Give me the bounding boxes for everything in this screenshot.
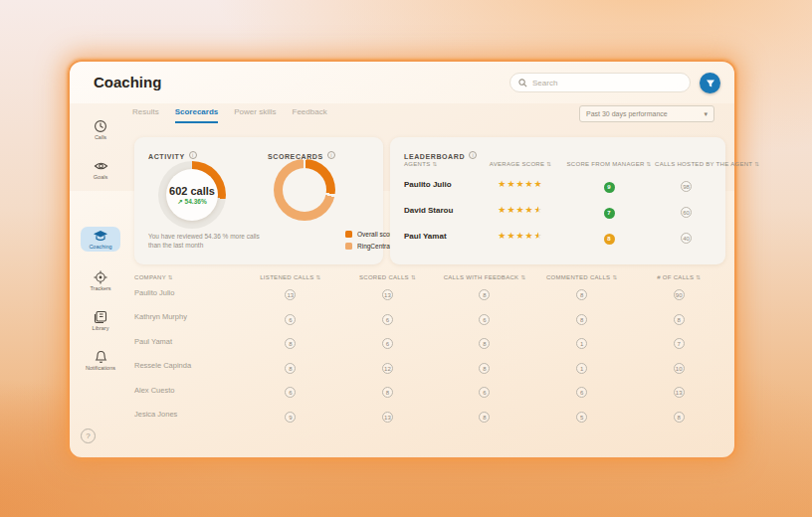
sidebar-item-calls[interactable]: Calls	[81, 119, 120, 140]
search-bar[interactable]	[509, 73, 691, 92]
table-row[interactable]: Ressele Capinda 8 12 8 1 10	[134, 354, 727, 379]
calls-with-feedback-badge: 6	[479, 314, 490, 325]
average-score-stars: ★★★★★	[478, 179, 563, 189]
table-row[interactable]: Paulito Julio 13 13 8 8 90	[134, 280, 727, 305]
leaderboard-row[interactable]: Paulito Julio ★★★★★ 9 98	[404, 171, 717, 197]
col-company[interactable]: COMPANY ⇅	[134, 274, 242, 280]
sort-icon: ⇅	[315, 274, 320, 280]
sort-icon: ⇅	[546, 161, 551, 167]
commented-calls-badge: 1	[576, 338, 587, 349]
table-rows: Paulito Julio 13 13 8 8 90 Kathryn Murph…	[134, 280, 727, 427]
calls-with-feedback-badge: 6	[479, 387, 490, 398]
col-scored-calls[interactable]: SCORED CALLS ⇅	[339, 274, 437, 280]
company-name: Paul Yamat	[134, 337, 242, 346]
table-row[interactable]: Jesica Jones 9 13 8 5 8	[134, 403, 727, 428]
num-calls-badge: 8	[674, 412, 685, 423]
sidebar-item-label: Trackers	[81, 285, 120, 291]
tab-scorecards[interactable]: Scorecards	[175, 107, 219, 123]
table-row[interactable]: Kathryn Murphy 6 6 6 8 8	[134, 305, 727, 330]
calls-with-feedback-badge: 8	[479, 363, 490, 374]
col-average-score[interactable]: AVERAGE SCORE ⇅	[478, 161, 563, 167]
tab-bar: Results Scorecards Power skills Feedback	[132, 107, 327, 123]
sidebar-item-coaching[interactable]: Coaching	[81, 227, 120, 252]
col-score-from-manager[interactable]: SCORE FROM MANAGER ⇅	[563, 161, 655, 167]
leaderboard-rows: Paulito Julio ★★★★★ 9 98 David Starou ★★…	[404, 171, 717, 249]
commented-calls-badge: 1	[576, 363, 587, 374]
listened-calls-badge: 8	[285, 363, 296, 374]
listened-calls-badge: 6	[285, 387, 296, 398]
col-commented-calls[interactable]: COMMENTED CALLS ⇅	[533, 274, 631, 280]
listened-calls-badge: 13	[285, 289, 296, 300]
num-calls-badge: 10	[674, 363, 685, 374]
col-calls-with-feedback[interactable]: CALLS WITH FEEDBACK ⇅	[436, 274, 533, 280]
scored-calls-badge: 8	[382, 387, 393, 398]
num-calls-badge: 13	[674, 387, 685, 398]
calls-with-feedback-badge: 8	[479, 338, 490, 349]
scorecards-donut	[274, 159, 335, 221]
sort-icon: ⇅	[432, 161, 437, 167]
calls-hosted-badge: 60	[681, 207, 692, 218]
listened-calls-badge: 9	[285, 412, 296, 423]
sidebar-item-goals[interactable]: Goals	[81, 159, 120, 180]
legend-swatch-overall	[345, 231, 352, 238]
leaderboard-title: LEADERBOARD	[404, 153, 465, 160]
info-icon[interactable]: i	[189, 151, 197, 159]
col-num-calls[interactable]: # OF CALLS ⇅	[630, 274, 727, 280]
col-listened-calls[interactable]: LISTENED CALLS ⇅	[242, 274, 339, 280]
chevron-down-icon: ▾	[704, 110, 708, 118]
clock-icon	[94, 119, 107, 133]
sidebar-item-label: Coaching	[81, 244, 120, 250]
sidebar-item-label: Library	[81, 325, 120, 331]
listened-calls-badge: 6	[285, 314, 296, 325]
scored-calls-badge: 6	[382, 314, 393, 325]
window-header: Coaching	[70, 62, 734, 103]
scored-calls-badge: 13	[382, 289, 393, 300]
calls-with-feedback-badge: 8	[479, 412, 490, 423]
manager-score-badge: 7	[604, 208, 615, 219]
activity-trend-value: 54.36%	[185, 198, 207, 205]
sidebar-item-notifications[interactable]: Notifications	[81, 350, 120, 371]
num-calls-badge: 90	[674, 289, 685, 300]
sidebar-item-label: Notifications	[81, 365, 120, 371]
library-icon	[94, 310, 107, 324]
num-calls-badge: 7	[674, 338, 685, 349]
table-row[interactable]: Paul Yamat 8 6 8 1 7	[134, 329, 727, 354]
sort-icon: ⇅	[168, 274, 173, 280]
sort-icon: ⇅	[696, 274, 701, 280]
commented-calls-badge: 8	[576, 314, 587, 325]
activity-title: ACTIVITY	[148, 153, 185, 160]
agent-name: Paul Yamat	[404, 232, 478, 241]
leaderboard-card: LEADERBOARDi AGENTS ⇅ AVERAGE SCORE ⇅ SC…	[390, 137, 725, 264]
num-calls-badge: 8	[674, 314, 685, 325]
leaderboard-row[interactable]: David Starou ★★★★★ 7 60	[404, 197, 717, 223]
goals-icon	[94, 159, 108, 173]
tab-power-skills[interactable]: Power skills	[234, 107, 276, 123]
info-icon[interactable]: i	[469, 151, 477, 159]
tab-feedback[interactable]: Feedback	[293, 107, 327, 123]
filter-button[interactable]	[700, 73, 720, 93]
activity-caption: You have reviewed 54.36 % more calls tha…	[148, 233, 260, 251]
company-name: Alex Cuesto	[134, 386, 242, 395]
scored-calls-badge: 12	[382, 363, 393, 374]
graduation-cap-icon	[93, 230, 108, 243]
company-table: COMPANY ⇅ LISTENED CALLS ⇅ SCORED CALLS …	[134, 274, 727, 427]
page-title: Coaching	[94, 74, 161, 90]
tab-results[interactable]: Results	[132, 107, 159, 123]
info-icon[interactable]: i	[327, 151, 335, 159]
manager-score-badge: 9	[604, 182, 615, 193]
col-agents[interactable]: AGENTS ⇅	[404, 161, 478, 167]
help-button[interactable]: ?	[81, 429, 96, 443]
sidebar-item-library[interactable]: Library	[81, 310, 120, 331]
sidebar-item-trackers[interactable]: Trackers	[81, 270, 120, 291]
table-row[interactable]: Alex Cuesto 6 8 6 6 13	[134, 378, 727, 403]
performance-period-value: Past 30 days performance	[586, 110, 668, 117]
commented-calls-badge: 5	[576, 412, 587, 423]
calls-hosted-badge: 98	[681, 181, 692, 192]
table-header-row: COMPANY ⇅ LISTENED CALLS ⇅ SCORED CALLS …	[134, 274, 727, 280]
sort-icon: ⇅	[520, 274, 525, 280]
leaderboard-row[interactable]: Paul Yamat ★★★★★ 8 40	[404, 223, 717, 249]
search-input[interactable]	[532, 79, 682, 87]
performance-period-select[interactable]: Past 30 days performance ▾	[579, 105, 714, 122]
sort-icon: ⇅	[612, 274, 617, 280]
col-calls-hosted[interactable]: CALLS HOSTED BY THE AGENT ⇅	[655, 161, 759, 167]
